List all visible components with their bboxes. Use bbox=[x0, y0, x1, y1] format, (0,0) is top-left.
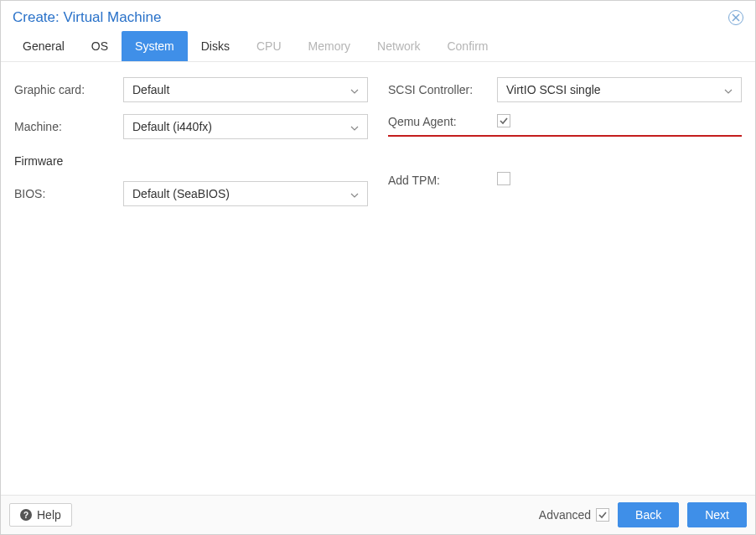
add-tpm-checkbox[interactable] bbox=[497, 172, 510, 185]
dialog-footer: ? Help Advanced Back Next bbox=[1, 495, 755, 534]
chevron-down-icon bbox=[350, 120, 359, 133]
close-icon[interactable] bbox=[728, 10, 743, 25]
wizard-tabs: General OS System Disks CPU Memory Netwo… bbox=[1, 31, 755, 62]
machine-label: Machine: bbox=[14, 120, 123, 133]
chevron-down-icon bbox=[350, 187, 359, 200]
titlebar: Create: Virtual Machine bbox=[1, 1, 755, 31]
qemu-agent-label: Qemu Agent: bbox=[388, 115, 497, 128]
back-button[interactable]: Back bbox=[618, 502, 679, 527]
firmware-heading: Firmware bbox=[14, 151, 368, 169]
row-scsi-controller: SCSI Controller: VirtIO SCSI single bbox=[388, 77, 742, 102]
left-column: Graphic card: Default Machine: Default (… bbox=[14, 77, 368, 480]
machine-value: Default (i440fx) bbox=[132, 120, 212, 133]
tab-network: Network bbox=[364, 31, 433, 61]
graphic-card-label: Graphic card: bbox=[14, 83, 123, 96]
help-label: Help bbox=[37, 508, 61, 522]
row-qemu-agent: Qemu Agent: bbox=[388, 114, 742, 137]
row-graphic-card: Graphic card: Default bbox=[14, 77, 368, 102]
graphic-card-value: Default bbox=[132, 83, 169, 96]
dialog-create-vm: Create: Virtual Machine General OS Syste… bbox=[0, 0, 756, 535]
scsi-label: SCSI Controller: bbox=[388, 83, 497, 96]
tab-system[interactable]: System bbox=[122, 31, 188, 61]
row-add-tpm: Add TPM: bbox=[388, 172, 742, 188]
help-icon: ? bbox=[20, 509, 32, 521]
chevron-down-icon bbox=[350, 83, 359, 96]
bios-select[interactable]: Default (SeaBIOS) bbox=[123, 181, 368, 206]
graphic-card-select[interactable]: Default bbox=[123, 77, 368, 102]
machine-select[interactable]: Default (i440fx) bbox=[123, 114, 368, 139]
row-bios: BIOS: Default (SeaBIOS) bbox=[14, 181, 368, 206]
advanced-label: Advanced bbox=[539, 508, 591, 522]
tab-os[interactable]: OS bbox=[78, 31, 122, 61]
tab-memory: Memory bbox=[295, 31, 365, 61]
dialog-title: Create: Virtual Machine bbox=[13, 9, 161, 26]
next-button[interactable]: Next bbox=[687, 502, 747, 527]
right-column: SCSI Controller: VirtIO SCSI single Qemu… bbox=[388, 77, 742, 480]
tab-cpu: CPU bbox=[243, 31, 295, 61]
scsi-controller-select[interactable]: VirtIO SCSI single bbox=[497, 77, 742, 102]
tab-disks[interactable]: Disks bbox=[188, 31, 243, 61]
advanced-checkbox[interactable] bbox=[596, 508, 609, 522]
row-machine: Machine: Default (i440fx) bbox=[14, 114, 368, 139]
form-body: Graphic card: Default Machine: Default (… bbox=[1, 62, 755, 495]
footer-right: Advanced Back Next bbox=[539, 502, 747, 527]
add-tpm-label: Add TPM: bbox=[388, 174, 497, 187]
chevron-down-icon bbox=[724, 83, 733, 96]
qemu-agent-checkbox[interactable] bbox=[497, 114, 510, 127]
bios-label: BIOS: bbox=[14, 187, 123, 200]
tab-general[interactable]: General bbox=[9, 31, 78, 61]
tab-confirm: Confirm bbox=[433, 31, 501, 61]
scsi-value: VirtIO SCSI single bbox=[506, 83, 601, 96]
advanced-toggle[interactable]: Advanced bbox=[539, 508, 609, 522]
bios-value: Default (SeaBIOS) bbox=[132, 187, 230, 200]
help-button[interactable]: ? Help bbox=[9, 503, 72, 527]
